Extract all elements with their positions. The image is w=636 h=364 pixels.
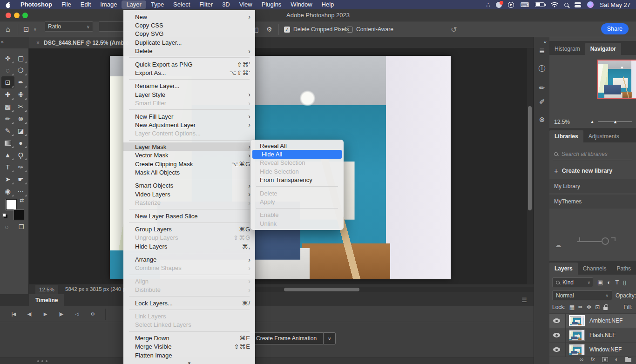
- add-layer-mask-icon[interactable]: [602, 357, 608, 362]
- panel-tab-histogram[interactable]: Histogram: [549, 43, 585, 55]
- background-color-swatch[interactable]: [14, 209, 24, 220]
- lock-transparency-icon[interactable]: ▦: [569, 304, 575, 310]
- patch-tool-icon[interactable]: ▩: [1, 101, 14, 113]
- zoom-out-icon[interactable]: ▲: [590, 120, 594, 124]
- menu-item-mask-all-objects[interactable]: Mask All Objects: [123, 168, 255, 176]
- library-search[interactable]: [553, 148, 632, 160]
- healing-brush-tool-icon[interactable]: ✙: [14, 88, 27, 101]
- menu-item-delete[interactable]: Delete›: [123, 47, 255, 55]
- library-search-input[interactable]: [562, 151, 622, 157]
- wifi-icon[interactable]: [551, 1, 558, 8]
- menu-item-new-adjustment-layer[interactable]: New Adjustment Layer›: [123, 121, 255, 129]
- vertical-scrollbar-thumb[interactable]: [528, 106, 532, 210]
- menu-item-hide-all[interactable]: Hide All: [252, 150, 342, 158]
- timeline-panel-menu-icon[interactable]: ☰: [521, 297, 527, 303]
- menu-item-layer-mask[interactable]: Layer Mask›: [123, 142, 255, 151]
- next-frame-icon[interactable]: |▶: [54, 309, 68, 320]
- layer-visibility-eye-icon[interactable]: [553, 318, 560, 323]
- menubar-item-3d[interactable]: 3D: [217, 0, 235, 9]
- brushes-icon[interactable]: ✐: [534, 98, 550, 106]
- menubar-item-photoshop[interactable]: Photoshop: [16, 0, 57, 9]
- apple-menu[interactable]: [0, 1, 16, 8]
- move-tool-icon[interactable]: ✜: [1, 52, 14, 64]
- lock-all-icon[interactable]: [603, 307, 608, 310]
- blend-mode-dropdown[interactable]: Normal ∨: [552, 290, 612, 300]
- layer-visibility-eye-icon[interactable]: [553, 347, 560, 352]
- filter-adjustment-layers-icon[interactable]: ◐: [607, 279, 611, 286]
- left-panel-collapse[interactable]: «: [0, 37, 29, 48]
- library-item-mythemes[interactable]: MyThemes: [549, 195, 636, 209]
- menubar-item-file[interactable]: File: [57, 0, 76, 9]
- home-icon[interactable]: ⌂: [6, 21, 10, 37]
- menu-item-hide-layers[interactable]: Hide Layers⌘,: [123, 242, 255, 250]
- layer-row-ambient-nef[interactable]: Ambient.NEF: [549, 314, 636, 328]
- screen-mode-button[interactable]: ❐: [19, 223, 24, 230]
- more-tools-icon[interactable]: ⋯: [14, 185, 27, 197]
- clone-stamp-tool-icon[interactable]: ⊛: [14, 113, 27, 125]
- gradient-tool-icon[interactable]: [1, 137, 14, 149]
- filter-shape-layers-icon[interactable]: ▯: [623, 279, 626, 286]
- panel-tab-libraries[interactable]: Libraries: [549, 130, 583, 142]
- lock-pixels-icon[interactable]: ✏: [578, 304, 583, 310]
- menubar-item-layer[interactable]: Layer: [122, 0, 146, 9]
- collapse-panels-icon[interactable]: «: [544, 39, 547, 45]
- search-icon[interactable]: [564, 1, 568, 8]
- layer-name[interactable]: Ambient.NEF: [589, 317, 622, 324]
- menu-scroll-down-icon[interactable]: ▾: [123, 359, 255, 364]
- info-icon[interactable]: ⓘ: [534, 64, 550, 73]
- menu-item-duplicate-layer[interactable]: Duplicate Layer...: [123, 38, 255, 47]
- lock-position-icon[interactable]: ✜: [587, 304, 591, 310]
- menu-item-copy-svg[interactable]: Copy SVG: [123, 30, 255, 38]
- menu-item-arrange[interactable]: Arrange›: [123, 255, 255, 263]
- play-button-icon[interactable]: ▶: [38, 309, 52, 320]
- menubar-item-window[interactable]: Window: [286, 0, 317, 9]
- object-selection-tool-icon[interactable]: ❍: [14, 64, 27, 76]
- panel-tab-navigator[interactable]: Navigator: [585, 43, 621, 55]
- layer-style-fx-icon[interactable]: fx: [590, 356, 595, 363]
- properties-icon[interactable]: ≣: [534, 47, 550, 55]
- crop-tool-preset-icon[interactable]: ⊡: [23, 21, 29, 37]
- navigator-thumbnail[interactable]: [597, 60, 636, 99]
- menu-item-new[interactable]: New›: [123, 13, 255, 21]
- navigator-zoom-value[interactable]: 12.5%: [554, 119, 575, 125]
- crop-options-gear-icon[interactable]: ⚙: [266, 21, 272, 37]
- quick-mask-button[interactable]: ◌: [5, 223, 9, 230]
- marquee-tool-icon[interactable]: ▢: [14, 52, 27, 64]
- library-item-my-library[interactable]: My Library: [549, 179, 636, 193]
- menu-item-create-clipping-mask[interactable]: Create Clipping Mask⌥⌘G: [123, 160, 255, 168]
- link-layers-icon[interactable]: ∞: [580, 356, 584, 363]
- menubar-item-view[interactable]: View: [235, 0, 257, 9]
- share-button[interactable]: Share: [601, 23, 629, 34]
- menu-item-lock-layers[interactable]: Lock Layers...⌘/: [123, 299, 255, 307]
- lock-artboard-icon[interactable]: ⊡: [595, 304, 600, 310]
- filter-type-layers-icon[interactable]: T: [615, 279, 619, 286]
- chevron-down-icon[interactable]: ∨: [34, 21, 37, 37]
- menubar-item-plugins[interactable]: Plugins: [257, 0, 286, 9]
- layer-name[interactable]: Flash.NEF: [589, 332, 616, 338]
- filter-pixel-layers-icon[interactable]: ▣: [597, 279, 603, 286]
- hand-tool-icon[interactable]: ☛: [14, 173, 27, 185]
- control-center-icon[interactable]: [575, 1, 581, 8]
- create-frame-animation-button[interactable]: Create Frame Animation ∨: [249, 332, 336, 344]
- layer-thumbnail[interactable]: [569, 330, 585, 341]
- pen-tool-icon[interactable]: ✑: [14, 161, 27, 173]
- battery-icon[interactable]: [535, 1, 545, 8]
- menubar-item-type[interactable]: Type: [146, 0, 169, 9]
- menu-item-merge-visible[interactable]: Merge Visible⇧⌘E: [123, 343, 255, 351]
- siri-icon[interactable]: [587, 1, 594, 8]
- status-zoom-level[interactable]: 12.5%: [35, 285, 58, 294]
- zoom-tool-icon[interactable]: ◉: [1, 185, 14, 197]
- panel-tab-adjustments[interactable]: Adjustments: [583, 130, 624, 142]
- horizontal-scrollbar-thumb[interactable]: [284, 288, 359, 291]
- menu-item-merge-down[interactable]: Merge Down⌘E: [123, 334, 255, 342]
- close-tab-icon[interactable]: ×: [36, 40, 40, 46]
- menubar-item-filter[interactable]: Filter: [195, 0, 217, 9]
- document-tab[interactable]: × DSC_8448.NEF @ 12.5% (Ambie: [29, 37, 136, 48]
- go-to-first-frame-icon[interactable]: |◀: [7, 309, 20, 320]
- menu-item-quick-export-as-png[interactable]: Quick Export as PNG⇧⌘': [123, 60, 255, 68]
- audio-toggle-icon[interactable]: ◁: [70, 309, 84, 320]
- navigator-zoom-slider[interactable]: ▲: [598, 121, 632, 122]
- delete-cropped-pixels-checkbox[interactable]: ✓ Delete Cropped Pixels: [284, 21, 349, 37]
- sharpen-tool-icon[interactable]: ▲: [1, 149, 14, 161]
- eraser-tool-icon[interactable]: ◪: [14, 125, 27, 137]
